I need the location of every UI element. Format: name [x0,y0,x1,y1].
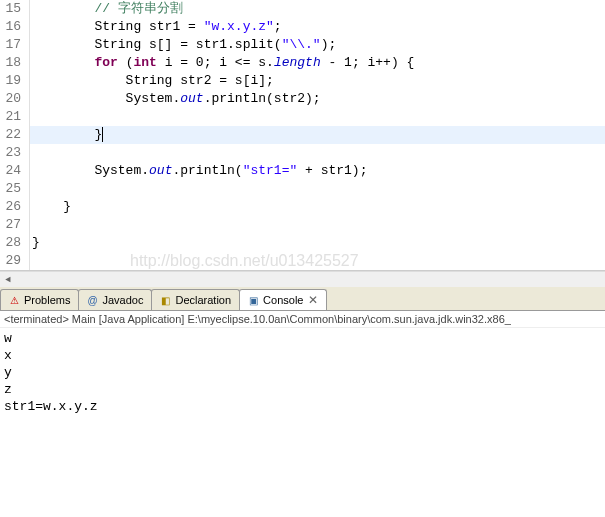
javadoc-icon: @ [85,293,99,307]
console-output-line: z [4,381,601,398]
scroll-left-arrow[interactable]: ◄ [0,272,16,288]
code-line[interactable] [30,180,605,198]
line-number: 18 [4,54,21,72]
code-line[interactable] [30,216,605,234]
line-number: 16 [4,18,21,36]
code-line[interactable]: // 字符串分割 [30,0,605,18]
problems-icon: ⚠ [7,293,21,307]
line-number: 21 [4,108,21,126]
code-line[interactable]: for (int i = 0; i <= s.length - 1; i++) … [30,54,605,72]
close-icon[interactable]: ✕ [308,293,318,307]
code-line[interactable]: String str2 = s[i]; [30,72,605,90]
line-number: 26 [4,198,21,216]
tab-label: Problems [24,294,70,306]
line-number: 20 [4,90,21,108]
line-number: 25 [4,180,21,198]
code-line[interactable]: } [30,198,605,216]
console-output-line: y [4,364,601,381]
tab-javadoc[interactable]: @Javadoc [78,289,152,310]
line-number: 17 [4,36,21,54]
line-number: 24 [4,162,21,180]
line-number: 29 [4,252,21,270]
line-number: 28 [4,234,21,252]
console-output[interactable]: wxyzstr1=w.x.y.z [0,328,605,434]
tab-declaration[interactable]: ◧Declaration [151,289,240,310]
tab-problems[interactable]: ⚠Problems [0,289,79,310]
line-number: 19 [4,72,21,90]
code-line[interactable] [30,252,605,270]
console-output-line: str1=w.x.y.z [4,398,601,415]
code-line[interactable]: } [30,234,605,252]
tab-label: Console [263,294,303,306]
code-line[interactable]: String s[] = str1.split("\\."); [30,36,605,54]
console-output-line: x [4,347,601,364]
code-line[interactable]: System.out.println(str2); [30,90,605,108]
code-line[interactable] [30,144,605,162]
code-line[interactable] [30,108,605,126]
code-line[interactable]: System.out.println("str1=" + str1); [30,162,605,180]
panel-tab-bar: ⚠Problems@Javadoc◧Declaration▣Console✕ [0,287,605,311]
code-editor[interactable]: 151617181920212223242526272829 // 字符串分割 … [0,0,605,271]
horizontal-scrollbar[interactable]: ◄ [0,271,605,287]
tab-console[interactable]: ▣Console✕ [239,289,327,310]
console-output-line [4,415,601,432]
tab-label: Declaration [175,294,231,306]
line-number: 15 [4,0,21,18]
line-number-gutter: 151617181920212223242526272829 [0,0,30,270]
line-number: 22 [4,126,21,144]
console-icon: ▣ [246,293,260,307]
declaration-icon: ◧ [158,293,172,307]
tab-label: Javadoc [102,294,143,306]
code-area[interactable]: // 字符串分割 String str1 = "w.x.y.z"; String… [30,0,605,270]
console-launch-info: <terminated> Main [Java Application] E:\… [0,311,605,328]
line-number: 23 [4,144,21,162]
console-output-line: w [4,330,601,347]
code-line[interactable]: String str1 = "w.x.y.z"; [30,18,605,36]
line-number: 27 [4,216,21,234]
code-line[interactable]: } [30,126,605,144]
